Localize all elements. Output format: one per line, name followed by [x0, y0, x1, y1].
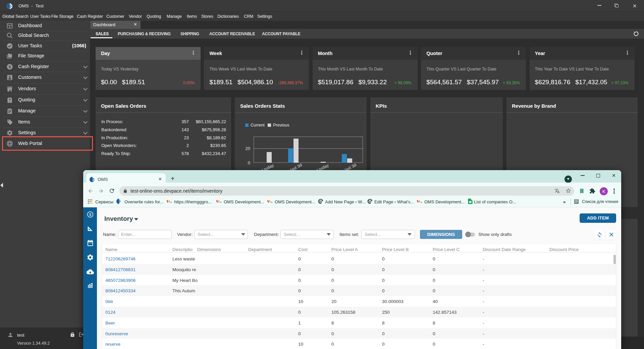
svg-text:$: $	[9, 64, 11, 69]
svg-text:$: $	[89, 212, 92, 216]
